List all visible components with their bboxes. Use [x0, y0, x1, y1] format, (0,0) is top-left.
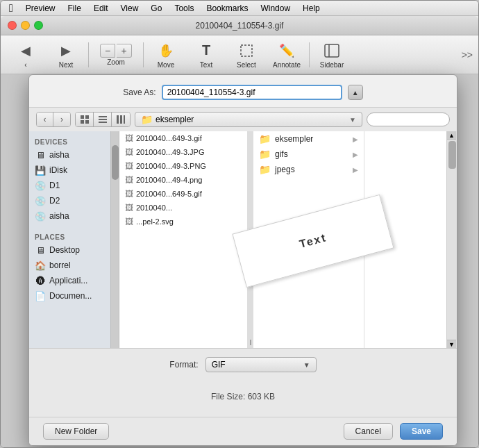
sidebar-item-aisha-1[interactable]: 🖥 aisha	[29, 147, 119, 163]
folder-icon: 📁	[259, 164, 271, 175]
file-item[interactable]: 🖼 ...pel-2.svg	[119, 215, 247, 229]
sidebar-item-label: Desktop	[49, 245, 80, 255]
file-icon: 🖼	[125, 189, 133, 199]
text-button[interactable]: T Text	[187, 38, 226, 72]
menu-bookmarks[interactable]: Bookmarks	[201, 2, 253, 15]
sidebar-item-d2[interactable]: 💿 D2	[29, 193, 119, 208]
file-item[interactable]: 🖼 2010040...	[119, 201, 247, 215]
file-icon: 🖼	[125, 203, 133, 213]
folder-item-jpegs[interactable]: 📁 jpegs ▶	[253, 162, 364, 177]
disclosure-button[interactable]: ▲	[348, 85, 363, 100]
sidebar-item-aisha-2[interactable]: 💿 aisha	[29, 208, 119, 224]
toolbar-expand-icon[interactable]: >>	[462, 49, 473, 60]
sidebar-item-label: aisha	[49, 150, 69, 160]
sidebar-scrollbar[interactable]	[110, 131, 119, 348]
svg-rect-6	[85, 120, 89, 124]
scroll-down-button[interactable]: ▼	[447, 340, 456, 348]
next-button[interactable]: ▶ Next	[47, 38, 85, 72]
apple-menu[interactable]: 	[3, 1, 19, 16]
cancel-button[interactable]: Cancel	[344, 423, 393, 440]
sidebar-item-applications[interactable]: 🅐 Applicati...	[29, 273, 119, 288]
sidebar-spacer	[29, 224, 119, 229]
sidebar-item-desktop[interactable]: 🖥 Desktop	[29, 242, 119, 258]
file-item[interactable]: 🖼 2010040...649-3.gif	[119, 131, 247, 145]
filename-input[interactable]	[162, 85, 342, 100]
sidebar-button[interactable]: Sidebar	[312, 38, 351, 72]
disk-icon-2: 💿	[35, 195, 46, 206]
select-button[interactable]: Select	[227, 38, 266, 72]
menu-edit[interactable]: Edit	[88, 2, 114, 15]
scroll-up-button[interactable]: ▲	[447, 131, 456, 140]
sidebar-item-label: borrel	[49, 260, 71, 270]
separator-1	[88, 42, 89, 67]
file-size-value: 603 KB	[248, 392, 275, 401]
sidebar-scrollbar-thumb	[112, 145, 119, 180]
move-button[interactable]: ✋ Move	[146, 38, 185, 72]
new-folder-button[interactable]: New Folder	[43, 423, 109, 440]
file-name: 2010040...649-5.gif	[136, 190, 202, 198]
location-dropdown[interactable]: 📁 eksempler ▼	[135, 112, 362, 127]
sheet-scrollbar[interactable]: ▲ ▼	[446, 131, 457, 348]
window-title: 20100404_110554-3.gif	[196, 21, 284, 31]
file-item[interactable]: 🖼 2010040...49-4.png	[119, 173, 247, 187]
sidebar-item-borrel[interactable]: 🏠 borrel	[29, 258, 119, 273]
folder-name: jpegs	[275, 165, 295, 174]
annotate-icon: ✏️	[277, 41, 296, 60]
file-name: 2010040...49-4.png	[136, 176, 202, 184]
menubar:  Preview File Edit View Go Tools Bookma…	[1, 1, 478, 16]
svg-rect-10	[117, 115, 119, 124]
previous-button[interactable]: ◀ ‹	[6, 38, 45, 72]
idisk-icon: 💾	[35, 165, 46, 176]
column-view-button[interactable]	[112, 113, 130, 126]
devices-section-label: DEVICES	[29, 134, 119, 147]
file-icon: 🖼	[125, 175, 133, 185]
annotate-button[interactable]: ✏️ Annotate	[267, 38, 306, 72]
folder-item-gifs[interactable]: 📁 gifs ▶	[253, 147, 364, 162]
disk-icon: 💿	[35, 180, 46, 191]
zoom-controls[interactable]: − + Zoom	[92, 38, 140, 72]
close-button[interactable]	[8, 21, 17, 30]
desktop-icon: 🖥	[35, 244, 46, 256]
menu-help[interactable]: Help	[297, 2, 326, 15]
window-controls	[8, 21, 43, 30]
file-item[interactable]: 🖼 2010040...49-3.PNG	[119, 159, 247, 173]
menu-view[interactable]: View	[115, 2, 144, 15]
file-name: ...pel-2.svg	[136, 217, 174, 226]
icon-view-button[interactable]	[76, 113, 94, 126]
forward-button[interactable]: ›	[53, 113, 70, 126]
save-button[interactable]: Save	[400, 423, 443, 440]
previous-icon: ◀	[16, 41, 35, 60]
svg-rect-1	[325, 44, 339, 57]
back-button[interactable]: ‹	[37, 113, 53, 126]
maximize-button[interactable]	[34, 21, 43, 30]
folder-item-eksempler[interactable]: 📁 eksempler ▶	[253, 131, 364, 147]
menu-window[interactable]: Window	[255, 2, 296, 15]
menu-tools[interactable]: Tools	[169, 2, 199, 15]
file-item[interactable]: 🖼 2010040...649-5.gif	[119, 187, 247, 201]
file-item[interactable]: 🖼 2010040...49-3.JPG	[119, 145, 247, 159]
minimize-button[interactable]	[21, 21, 30, 30]
menu-file[interactable]: File	[62, 2, 87, 15]
annotate-label: Annotate	[273, 61, 301, 69]
sidebar-item-documents[interactable]: 📄 Documen...	[29, 288, 119, 304]
folder-icon: 📁	[259, 149, 271, 160]
nav-button-group: ‹ ›	[36, 112, 71, 127]
search-input[interactable]	[367, 113, 450, 126]
chevron-icon: ▶	[353, 151, 358, 158]
sidebar-item-d1[interactable]: 💿 D1	[29, 178, 119, 193]
scroll-track	[447, 140, 457, 340]
menu-preview[interactable]: Preview	[20, 2, 61, 15]
menu-go[interactable]: Go	[145, 2, 167, 15]
scrollbar-thumb	[448, 141, 456, 169]
format-select[interactable]: GIF ▼	[205, 357, 317, 372]
svg-rect-0	[241, 45, 252, 56]
sidebar-item-label: Documen...	[49, 291, 92, 301]
list-view-button[interactable]	[94, 113, 112, 126]
sheet-footer: New Folder Cancel Save	[29, 417, 457, 445]
applications-icon: 🅐	[35, 275, 46, 286]
disk-icon-3: 💿	[35, 210, 46, 222]
svg-rect-9	[99, 122, 107, 123]
svg-rect-5	[81, 120, 84, 124]
sidebar-item-idisk[interactable]: 💾 iDisk	[29, 163, 119, 178]
browser-toolbar: ‹ ›	[29, 108, 457, 131]
